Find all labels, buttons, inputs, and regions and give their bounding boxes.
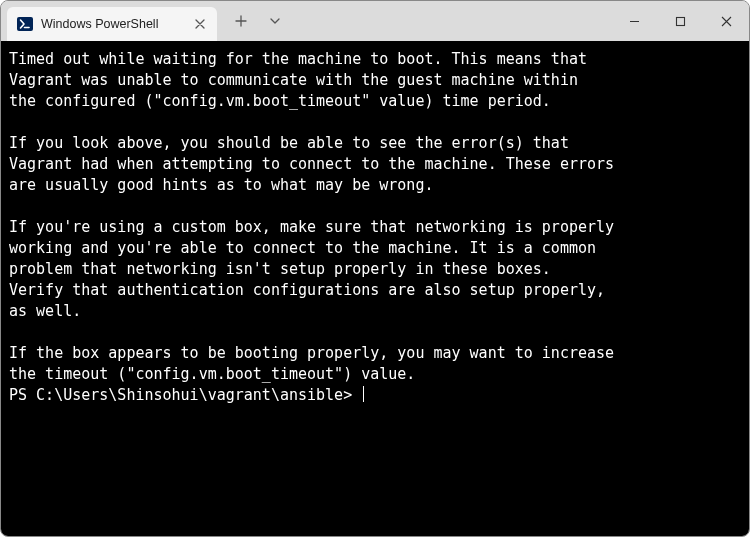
new-tab-button[interactable] — [231, 11, 251, 31]
app-window: Windows PowerShell Timed out wh — [0, 0, 750, 537]
titlebar: Windows PowerShell — [1, 1, 749, 41]
svg-rect-0 — [17, 17, 33, 31]
terminal-text: Timed out while waiting for the machine … — [9, 50, 614, 383]
tab-powershell[interactable]: Windows PowerShell — [7, 7, 217, 41]
powershell-icon — [17, 16, 33, 32]
tab-close-button[interactable] — [193, 17, 207, 31]
terminal-output[interactable]: Timed out while waiting for the machine … — [1, 41, 749, 536]
tab-title: Windows PowerShell — [41, 17, 158, 31]
maximize-button[interactable] — [657, 1, 703, 41]
tabbar-controls — [217, 1, 285, 41]
window-controls — [611, 1, 749, 41]
tab-dropdown-button[interactable] — [265, 11, 285, 31]
minimize-button[interactable] — [611, 1, 657, 41]
prompt: PS C:\Users\Shinsohui\vagrant\ansible> — [9, 386, 361, 404]
svg-rect-3 — [676, 17, 684, 25]
cursor — [363, 386, 364, 402]
close-button[interactable] — [703, 1, 749, 41]
